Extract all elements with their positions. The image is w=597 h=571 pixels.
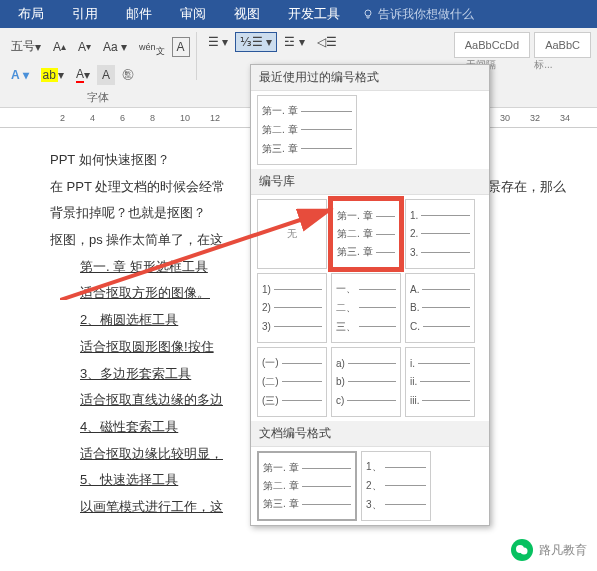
multilevel-button[interactable]: ☲ ▾	[279, 32, 309, 52]
tab-review[interactable]: 审阅	[166, 0, 220, 28]
numbering-library-item-chapter[interactable]: 第一. 章 第二. 章 第三. 章	[331, 199, 401, 269]
tab-view[interactable]: 视图	[220, 0, 274, 28]
style-preview-2[interactable]: AaBbC	[534, 32, 591, 58]
numbering-library-item[interactable]: 1) 2) 3)	[257, 273, 327, 343]
phonetic-guide-button[interactable]: wén文	[134, 32, 170, 61]
bullets-button[interactable]: ☰ ▾	[203, 32, 233, 52]
lightbulb-icon	[362, 8, 374, 20]
separator	[196, 32, 197, 80]
char-shading-button[interactable]: A	[97, 65, 115, 85]
numbering-button[interactable]: ⅓☰ ▾	[235, 32, 277, 52]
watermark-text: 路凡教育	[539, 542, 587, 559]
library-header: 编号库	[251, 169, 489, 195]
tellme-label: 告诉我你想做什么	[378, 6, 474, 23]
numbering-none-item[interactable]: 无	[257, 199, 327, 269]
tab-mailings[interactable]: 邮件	[112, 0, 166, 28]
fontsize-dropdown[interactable]: 五号 ▾	[6, 35, 46, 58]
doc-line: 在 PPT 处理文档的时候会经常	[50, 179, 225, 194]
enclose-char-button[interactable]: ㊬	[117, 63, 139, 86]
wechat-icon	[511, 539, 533, 561]
tab-references[interactable]: 引用	[58, 0, 112, 28]
svg-point-0	[365, 10, 371, 16]
ribbon-tabs: 布局 引用 邮件 审阅 视图 开发工具 告诉我你想做什么	[0, 0, 597, 28]
numbering-docfmt-item[interactable]: 1、 2、 3、	[361, 451, 431, 521]
numbering-library-item[interactable]: A. B. C.	[405, 273, 475, 343]
style-preview-1[interactable]: AaBbCcDd	[454, 32, 530, 58]
font-group-label: 字体	[6, 90, 190, 105]
numbering-dropdown-panel: 最近使用过的编号格式 第一. 章 第二. 章 第三. 章 编号库 无 第一. 章…	[250, 64, 490, 526]
docfmt-header: 文档编号格式	[251, 421, 489, 447]
watermark: 路凡教育	[511, 539, 587, 561]
char-border-button[interactable]: A	[172, 37, 190, 57]
shrink-font-button[interactable]: A▾	[73, 37, 96, 57]
highlight-button[interactable]: ab ▾	[36, 65, 69, 85]
change-case-button[interactable]: Aa ▾	[98, 37, 132, 57]
numbering-library-item[interactable]: a) b) c)	[331, 347, 401, 417]
decrease-indent-button[interactable]: ◁☰	[312, 32, 342, 52]
tab-layout[interactable]: 布局	[4, 0, 58, 28]
font-color-button[interactable]: A ▾	[71, 64, 95, 86]
recent-header: 最近使用过的编号格式	[251, 65, 489, 91]
numbering-library-item[interactable]: 1. 2. 3.	[405, 199, 475, 269]
grow-font-button[interactable]: A▴	[48, 37, 71, 57]
numbering-recent-item[interactable]: 第一. 章 第二. 章 第三. 章	[257, 95, 357, 165]
numbering-library-item[interactable]: (一) (二) (三)	[257, 347, 327, 417]
numbering-library-item[interactable]: i. ii. iii.	[405, 347, 475, 417]
tellme-search[interactable]: 告诉我你想做什么	[362, 6, 474, 23]
svg-point-3	[521, 548, 528, 555]
numbering-library-item[interactable]: 一、 二、 三、	[331, 273, 401, 343]
tab-developer[interactable]: 开发工具	[274, 0, 354, 28]
numbering-docfmt-item[interactable]: 第一. 章 第二. 章 第三. 章	[257, 451, 357, 521]
style-name-2: 标...	[534, 58, 591, 72]
doc-line: 适合抠取圆形图像!按住	[80, 339, 214, 354]
text-effects-button[interactable]: A ▾	[6, 65, 34, 85]
